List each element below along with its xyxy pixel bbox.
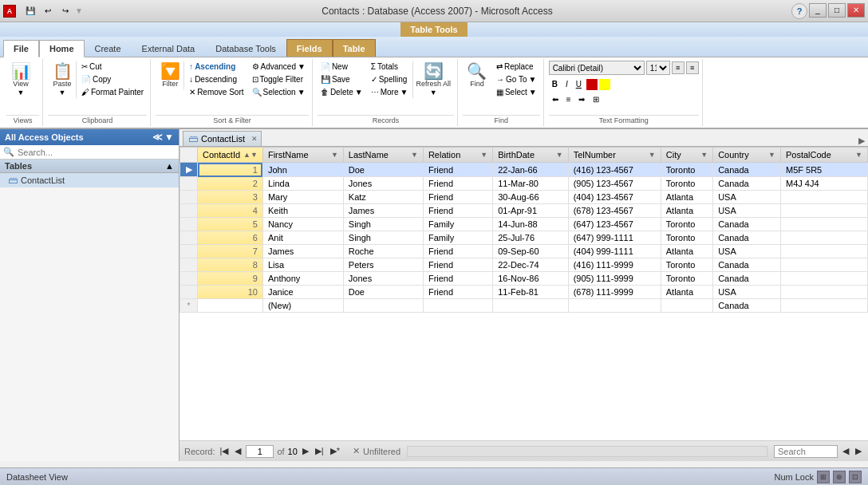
cell-country[interactable]: Canada [713, 272, 781, 286]
cell-postalcode[interactable] [780, 272, 867, 286]
firstname-filter-icon[interactable]: ▼ [331, 151, 338, 159]
next-record-btn[interactable]: ▶ [301, 446, 310, 456]
close-btn[interactable]: ✕ [847, 3, 865, 18]
cell-contactid[interactable]: 4 [198, 204, 263, 218]
tab-file[interactable]: File [3, 40, 39, 57]
cell-firstname[interactable]: John [262, 163, 343, 177]
cell-postalcode[interactable]: M5F 5R5 [780, 163, 867, 177]
cell-relation[interactable]: Friend [423, 177, 492, 191]
horizontal-scrollbar[interactable] [407, 446, 767, 457]
spelling-button[interactable]: ✓ Spelling [368, 73, 412, 85]
tab-table[interactable]: Table [333, 39, 376, 57]
cell-country[interactable]: USA [713, 204, 781, 218]
filter-button[interactable]: 🔽 Filter [156, 61, 184, 90]
italic-button[interactable]: I [562, 78, 571, 90]
cell-birthdate[interactable]: 09-Sep-60 [493, 245, 568, 258]
search-input[interactable] [774, 445, 838, 458]
table-row[interactable]: 9AnthonyJonesFriend16-Nov-86(905) 111-99… [180, 272, 868, 286]
cell-telnumber[interactable]: (905) 111-9999 [568, 272, 661, 286]
cell-contactid[interactable]: 8 [198, 258, 263, 272]
font-size-select[interactable]: 11 [646, 61, 670, 75]
city-filter-icon[interactable]: ▼ [700, 151, 708, 159]
list-format-btn[interactable]: ≡ [672, 61, 685, 74]
cell-country[interactable]: Canada [713, 163, 781, 177]
cell-relation[interactable]: Friend [423, 163, 492, 177]
advanced-button[interactable]: ⚙ Advanced ▼ [249, 61, 309, 73]
cell-postalcode[interactable] [780, 299, 867, 313]
font-color-btn[interactable] [586, 79, 598, 90]
delete-record-button[interactable]: 🗑 Delete ▼ [318, 86, 366, 98]
highlight-btn[interactable] [599, 79, 610, 90]
nav-section-tables[interactable]: Tables ▲ [0, 160, 179, 173]
table-row[interactable]: 5NancySinghFamily14-Jun-88(647) 123-4567… [180, 218, 868, 231]
cell-postalcode[interactable] [780, 286, 867, 299]
replace-button[interactable]: ⇄ Replace [493, 61, 540, 73]
cell-firstname[interactable]: Nancy [262, 218, 343, 231]
select-button[interactable]: ▦ Select ▼ [493, 86, 540, 98]
cell-city[interactable]: Toronto [661, 258, 712, 272]
cell-city[interactable]: Toronto [661, 272, 712, 286]
cell-telnumber[interactable]: (905) 123-4567 [568, 177, 661, 191]
last-record-btn[interactable]: ▶| [314, 446, 326, 456]
col-header-telnumber[interactable]: TelNumber▼ [568, 148, 661, 163]
cell-lastname[interactable] [343, 299, 423, 313]
cell-birthdate[interactable]: 22-Dec-74 [493, 258, 568, 272]
view-datasheet-icon[interactable]: ⊞ [817, 471, 830, 483]
cell-birthdate[interactable]: 11-Feb-81 [493, 286, 568, 299]
col-header-postalcode[interactable]: PostalCode▼ [780, 148, 867, 163]
goto-button[interactable]: → Go To ▼ [493, 73, 540, 85]
cell-telnumber[interactable]: (416) 123-4567 [568, 163, 661, 177]
cell-lastname[interactable]: Jones [343, 177, 423, 191]
table-row[interactable]: 3MaryKatzFriend30-Aug-66(404) 123-4567At… [180, 191, 868, 204]
table-row[interactable]: 7JamesRocheFriend09-Sep-60(404) 999-1111… [180, 245, 868, 258]
table-grid-btn[interactable]: ⊞ [590, 93, 602, 105]
copy-button[interactable]: 📄 Copy [78, 73, 147, 85]
table-row[interactable]: 8LisaPetersFriend22-Dec-74(416) 111-9999… [180, 258, 868, 272]
telnumber-filter-icon[interactable]: ▼ [649, 151, 656, 159]
cell-lastname[interactable]: James [343, 204, 423, 218]
cell-city[interactable]: Toronto [661, 177, 712, 191]
cell-relation[interactable] [423, 299, 492, 313]
format-painter-button[interactable]: 🖌 Format Painter [78, 86, 147, 98]
cell-relation[interactable]: Friend [423, 245, 492, 258]
new-record-nav-btn[interactable]: ▶* [329, 446, 341, 456]
find-button[interactable]: 🔍 Find [463, 61, 491, 90]
bold-button[interactable]: B [549, 78, 561, 90]
cell-postalcode[interactable] [780, 218, 867, 231]
cell-country[interactable]: USA [713, 245, 781, 258]
cell-city[interactable]: Toronto [661, 218, 712, 231]
cell-lastname[interactable]: Doe [343, 163, 423, 177]
col-header-lastname[interactable]: LastName▼ [343, 148, 423, 163]
tab-fields[interactable]: Fields [286, 39, 333, 57]
cell-birthdate[interactable]: 11-Mar-80 [493, 177, 568, 191]
cell-lastname[interactable]: Singh [343, 231, 423, 245]
cell-country[interactable]: USA [713, 191, 781, 204]
cut-button[interactable]: ✂ Cut [78, 61, 147, 73]
cell-lastname[interactable]: Katz [343, 191, 423, 204]
cell-lastname[interactable]: Jones [343, 272, 423, 286]
cell-telnumber[interactable]: (647) 999-1111 [568, 231, 661, 245]
cell-telnumber[interactable]: (647) 123-4567 [568, 218, 661, 231]
cell-city[interactable]: Toronto [661, 163, 712, 177]
col-header-city[interactable]: City▼ [661, 148, 712, 163]
cell-telnumber[interactable]: (404) 123-4567 [568, 191, 661, 204]
ascending-button[interactable]: ↑ Ascending [186, 61, 247, 73]
table-row[interactable]: 6AnitSinghFamily25-Jul-76(647) 999-1111T… [180, 231, 868, 245]
view-layout-icon[interactable]: ⊡ [849, 471, 862, 483]
cell-relation[interactable]: Friend [423, 272, 492, 286]
cell-birthdate[interactable]: 01-Apr-91 [493, 204, 568, 218]
descending-button[interactable]: ↓ Descending [186, 73, 247, 85]
cell-country[interactable]: Canada [713, 299, 781, 313]
cell-birthdate[interactable]: 30-Aug-66 [493, 191, 568, 204]
underline-button[interactable]: U [573, 78, 585, 90]
table-row[interactable]: ▶1JohnDoeFriend22-Jan-66(416) 123-4567To… [180, 163, 868, 177]
cell-contactid[interactable] [198, 299, 263, 313]
data-grid-container[interactable]: ContactId ▲▼ FirstName▼ LastName▼ Relati… [180, 147, 868, 440]
postalcode-filter-icon[interactable]: ▼ [855, 151, 862, 159]
cell-firstname[interactable]: Keith [262, 204, 343, 218]
table-row[interactable]: 10JaniceDoeFriend11-Feb-81(678) 111-9999… [180, 286, 868, 299]
nav-search-input[interactable] [18, 148, 176, 157]
help-btn[interactable]: ? [791, 3, 807, 19]
cell-contactid[interactable]: 3 [198, 191, 263, 204]
new-record-button[interactable]: 📄 New [318, 61, 366, 73]
